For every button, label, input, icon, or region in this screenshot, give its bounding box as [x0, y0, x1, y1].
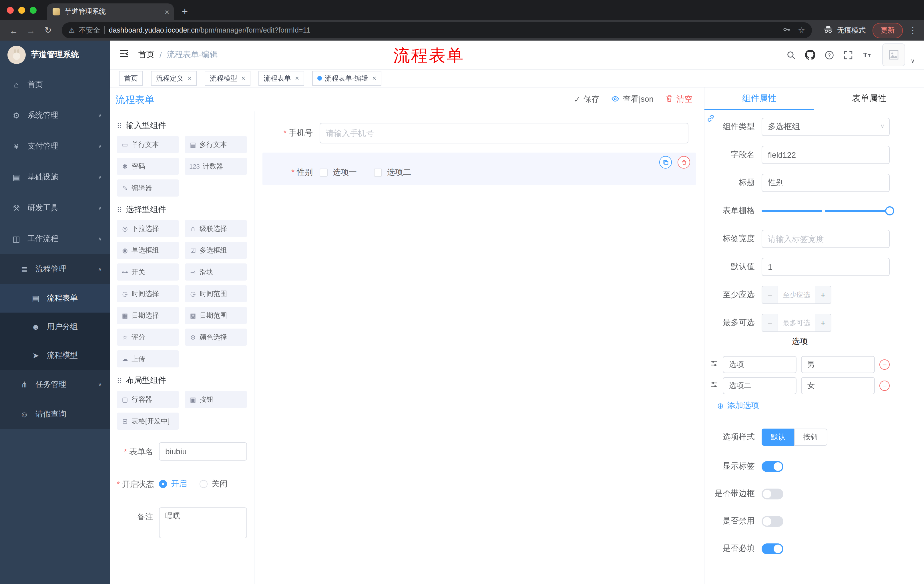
default-value-input[interactable] [762, 258, 890, 276]
palette-item-select[interactable]: ◎下拉选择 [117, 220, 179, 237]
status-off-radio[interactable]: 关闭 [200, 479, 228, 489]
remark-textarea[interactable]: 嘿嘿 [159, 507, 247, 538]
window-zoom-button[interactable] [30, 7, 36, 13]
option-2-value-input[interactable] [801, 377, 875, 394]
update-button[interactable]: 更新 [873, 23, 903, 38]
search-icon[interactable] [786, 50, 795, 60]
palette-item-cascader[interactable]: ⋔级联选择 [185, 220, 247, 237]
back-icon[interactable]: ← [6, 25, 22, 35]
close-icon[interactable]: × [295, 74, 299, 82]
option-1-label-input[interactable] [723, 356, 797, 373]
palette-item-button[interactable]: ▣按钮 [185, 391, 247, 408]
sidebar-item-payment-management[interactable]: ¥ 支付管理 ∨ [0, 131, 110, 162]
sidebar-item-process-model[interactable]: ➤ 流程模型 [0, 341, 110, 370]
max-select-input[interactable] [778, 314, 815, 331]
palette-item-time-picker[interactable]: ◷时间选择 [117, 285, 179, 302]
menu-fold-icon[interactable] [119, 49, 129, 61]
palette-item-date-range[interactable]: ▩日期范围 [185, 307, 247, 324]
save-button[interactable]: ✓ 保存 [574, 94, 599, 105]
delete-component-button[interactable] [678, 156, 690, 169]
decrease-button[interactable]: − [762, 286, 778, 303]
sidebar-item-dev-tools[interactable]: ⚒ 研发工具 ∨ [0, 192, 110, 224]
tag-process-model[interactable]: 流程模型 × [205, 71, 251, 86]
address-bar[interactable]: ⚠ 不安全 dashboard.yudao.iocoder.cn/bpm/man… [62, 22, 812, 38]
link-icon[interactable] [706, 114, 715, 125]
breadcrumb-home[interactable]: 首页 [139, 50, 154, 60]
tag-process-definition[interactable]: 流程定义 × [151, 71, 197, 86]
user-avatar[interactable] [882, 43, 905, 66]
sidebar-item-task-management[interactable]: ⋔ 任务管理 ∨ [0, 370, 110, 400]
sidebar-item-process-management[interactable]: ≣ 流程管理 ∧ [0, 254, 110, 284]
drag-handle-icon[interactable] [710, 380, 718, 391]
sidebar-item-infrastructure[interactable]: ▤ 基础设施 ∨ [0, 162, 110, 192]
palette-item-rate[interactable]: ☆评分 [117, 329, 179, 346]
reload-icon[interactable]: ↻ [40, 25, 56, 35]
tab-component-props[interactable]: 组件属性 [705, 87, 814, 110]
add-option-button[interactable]: ⊕ 添加选项 [717, 400, 890, 411]
option-2-label-input[interactable] [723, 377, 797, 394]
style-button-button[interactable]: 按钮 [794, 429, 827, 446]
style-default-button[interactable]: 默认 [762, 429, 794, 446]
gender-option-2-checkbox[interactable]: 选项二 [374, 168, 411, 178]
slider-handle[interactable] [885, 206, 894, 216]
tab-form-props[interactable]: 表单属性 [814, 87, 924, 110]
palette-item-counter[interactable]: 123计数器 [185, 158, 247, 175]
palette-item-checkbox-group[interactable]: ☑多选框组 [185, 242, 247, 259]
tag-home[interactable]: 首页 [119, 71, 143, 86]
form-name-input[interactable] [159, 442, 247, 461]
disabled-switch[interactable] [762, 516, 783, 526]
clear-button[interactable]: 清空 [665, 94, 693, 105]
palette-item-password[interactable]: ✱密码 [117, 158, 179, 175]
font-size-icon[interactable]: TT [862, 50, 873, 60]
grid-slider[interactable] [762, 202, 890, 220]
close-icon[interactable]: × [188, 74, 191, 82]
palette-item-upload[interactable]: ☁上传 [117, 350, 179, 367]
copy-component-button[interactable] [659, 156, 672, 169]
app-logo[interactable]: 芋道管理系统 [0, 41, 110, 69]
password-key-icon[interactable] [782, 25, 791, 35]
palette-item-slider[interactable]: ⊸滑块 [185, 263, 247, 281]
palette-item-color-picker[interactable]: ⊛颜色选择 [185, 329, 247, 346]
gender-option-1-checkbox[interactable]: 选项一 [320, 168, 357, 178]
forward-icon[interactable]: → [23, 25, 39, 35]
tag-process-form[interactable]: 流程表单 × [259, 71, 304, 86]
palette-item-multi-line-text[interactable]: ▤多行文本 [185, 136, 247, 153]
window-minimize-button[interactable] [18, 7, 25, 13]
field-name-input[interactable] [762, 146, 890, 164]
sidebar-item-home[interactable]: ⌂ 首页 [0, 69, 110, 100]
new-tab-button[interactable]: + [182, 6, 188, 16]
sidebar-item-leave-query[interactable]: ☺ 请假查询 [0, 400, 110, 429]
increase-button[interactable]: + [815, 314, 831, 331]
palette-item-date-picker[interactable]: ▦日期选择 [117, 307, 179, 324]
component-type-select[interactable] [762, 118, 890, 136]
palette-item-radio-group[interactable]: ◉单选框组 [117, 242, 179, 259]
sidebar-item-system-management[interactable]: ⚙ 系统管理 ∨ [0, 100, 110, 131]
palette-item-time-range[interactable]: ◶时间范围 [185, 285, 247, 302]
canvas-field-gender-selected[interactable]: 性别 选项一 选项二 [262, 153, 696, 185]
required-switch[interactable] [762, 543, 783, 554]
palette-item-single-line-text[interactable]: ▭单行文本 [117, 136, 179, 153]
status-on-radio[interactable]: 开启 [159, 479, 187, 489]
title-input[interactable] [762, 174, 890, 192]
close-icon[interactable]: × [372, 74, 376, 82]
phone-input[interactable] [320, 123, 688, 143]
browser-menu-icon[interactable]: ⋮ [909, 25, 917, 35]
increase-button[interactable]: + [815, 286, 831, 303]
canvas-field-phone[interactable]: 手机号 [262, 123, 688, 143]
browser-tab[interactable]: 芋道管理系统 × [47, 3, 174, 20]
option-1-value-input[interactable] [801, 356, 875, 373]
bookmark-star-icon[interactable]: ☆ [798, 26, 805, 35]
tag-process-form-edit[interactable]: 流程表单-编辑 × [312, 71, 381, 86]
min-select-input[interactable] [778, 286, 815, 303]
label-width-input[interactable] [762, 230, 890, 248]
palette-item-switch[interactable]: ⊶开关 [117, 263, 179, 281]
sidebar-item-workflow[interactable]: ◫ 工作流程 ∧ [0, 224, 110, 254]
sidebar-item-user-group[interactable]: ☻ 用户分组 [0, 313, 110, 341]
border-switch[interactable] [762, 488, 783, 499]
remove-option-button[interactable]: − [879, 359, 890, 370]
avatar-caret-icon[interactable]: ∨ [911, 58, 915, 64]
view-json-button[interactable]: 查看json [611, 94, 653, 105]
window-close-button[interactable] [7, 7, 14, 13]
drag-handle-icon[interactable] [710, 359, 718, 370]
fullscreen-icon[interactable] [843, 50, 853, 60]
